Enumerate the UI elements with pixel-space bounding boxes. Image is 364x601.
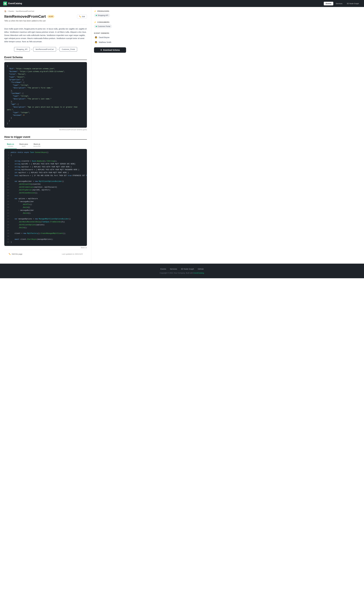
last-updated: Last updated on 2021/12/3 [62, 253, 83, 255]
producer-label-0: Shopping API [98, 14, 108, 16]
schema-section-title: Event Schema [4, 56, 87, 60]
producers-list: Shopping API [94, 14, 126, 18]
brand: 📋 EventCatalog [3, 2, 22, 5]
tab-basic-js-sub: (javascript) [33, 145, 40, 147]
edit-label: Edit [82, 16, 85, 18]
download-schema-button[interactable]: ⬇ Download Schema [94, 47, 126, 53]
consumer-tag-0[interactable]: Customer Portal [94, 25, 112, 28]
page-footer-bar: ✏️ Edit this page Last updated on 2021/1… [4, 250, 87, 258]
consumers-icon: ⚡ [94, 21, 96, 23]
footer-link-events[interactable]: Events [160, 268, 166, 270]
owner-item-0: 🧑 David Boyne [94, 36, 126, 39]
breadcrumb: 🏠 / Events / ItemRemovedFromCart [4, 10, 87, 12]
nav-links: Events Services 3D Node Graph [324, 2, 361, 5]
edit-button[interactable]: ✏️ Edit [77, 15, 87, 19]
owner-avatar-1: 🧑 [94, 40, 98, 44]
flow-diagram: Shopping_API → ItemRemovedFromCart → Cus… [4, 47, 87, 51]
footer-link-services[interactable]: Services [170, 268, 177, 270]
navbar: 📋 EventCatalog Events Services 3D Node G… [0, 0, 364, 7]
code-file-caption: Basic.cs [4, 247, 87, 249]
home-icon: 🏠 [4, 10, 6, 12]
main-content: 🏠 / Events / ItemRemovedFromCart ItemRem… [0, 7, 91, 264]
event-subtitle: Tells us when the item has been added to… [4, 20, 87, 22]
tab-basic-java-sub: (java) [20, 145, 28, 147]
pencil-icon: ✏️ [9, 253, 11, 255]
owner-name-1: Matthew Smith [99, 41, 111, 43]
footer-links: Events Services 3D Node Graph GitHub [3, 268, 361, 270]
owners-title: Event Owners [94, 32, 126, 34]
consumer-dot-0 [96, 26, 97, 27]
sidebar: ⚡ Producers Shopping API ⚡ Consumers Cus… [91, 7, 129, 264]
flow-node-0: Shopping_API [14, 47, 30, 51]
sidebar-consumers-section: ⚡ Consumers Customer Portal [94, 21, 126, 29]
consumers-title: ⚡ Consumers [94, 21, 126, 23]
nav-3d-node-graph[interactable]: 3D Node Graph [345, 2, 361, 5]
flow-arrow-1: → [57, 48, 59, 51]
code-numbered-block: 1public static async Task ConnectAsync()… [4, 149, 87, 246]
owner-avatar-0: 🧑 [94, 36, 98, 39]
sidebar-owners-section: Event Owners 🧑 David Boyne 🧑 Matthew Smi… [94, 32, 126, 44]
download-label: Download Schema [103, 49, 120, 51]
page-wrap: 🏠 / Events / ItemRemovedFromCart ItemRem… [0, 7, 364, 264]
brand-name: EventCatalog [8, 2, 22, 5]
nav-services[interactable]: Services [334, 2, 344, 5]
edit-page-link[interactable]: ✏️ Edit this page [9, 253, 22, 255]
flow-arrow-0: → [30, 48, 33, 51]
edit-page-label: Edit this page [12, 253, 22, 255]
code-tabs: Basic.cs (csharp) Basic.java (java) Basi… [4, 142, 87, 149]
footer-copyright: Copyright © 2021 Your Company. Built wit… [3, 272, 361, 274]
consumer-label-0: Customer Portal [98, 25, 110, 27]
tab-basic-js-main: Basic.js [33, 143, 40, 145]
flow-node-2: Customer_Portal [60, 47, 77, 51]
how-to-trigger-section: How to trigger event Basic.cs (csharp) B… [4, 135, 87, 249]
code-tabs-wrapper: Basic.cs (csharp) Basic.java (java) Basi… [4, 142, 87, 249]
tab-basic-cs-sub: (csharp) [7, 145, 14, 147]
breadcrumb-events[interactable]: Events [9, 10, 14, 12]
producer-tag-0[interactable]: Shopping API [94, 14, 110, 17]
tab-basic-java[interactable]: Basic.java (java) [17, 142, 31, 149]
footer-brand-link[interactable]: EventCatalog. [193, 272, 204, 274]
owner-name-0: David Boyne [99, 36, 110, 39]
edit-icon: ✏️ [79, 16, 81, 18]
event-name: ItemRemovedFromCart [4, 14, 46, 19]
nav-events[interactable]: Events [324, 2, 333, 5]
site-footer: Events Services 3D Node Graph GitHub Cop… [0, 264, 364, 278]
producers-icon: ⚡ [94, 10, 96, 12]
flow-node-1: ItemRemovedFromCart [33, 47, 56, 51]
producer-dot-0 [96, 15, 97, 16]
tab-basic-cs[interactable]: Basic.cs (csharp) [4, 142, 17, 149]
tab-basic-js[interactable]: Basic.js (javascript) [30, 142, 43, 149]
consumers-list: Customer Portal [94, 25, 126, 29]
producers-title: ⚡ Producers [94, 10, 126, 12]
sidebar-producers-section: ⚡ Producers Shopping API [94, 10, 126, 18]
footer-link-3d[interactable]: 3D Node Graph [181, 268, 194, 270]
tab-basic-cs-main: Basic.cs [7, 143, 14, 145]
brand-icon: 📋 [3, 2, 7, 5]
tab-basic-java-main: Basic.java [20, 143, 28, 145]
trigger-section-title: How to trigger event [4, 135, 87, 140]
version-badge: v1.6.5 [48, 15, 54, 18]
markdown-content: Duis mollis quam enim, feugiat porta mi … [4, 27, 87, 43]
download-icon: ⬇ [100, 49, 102, 51]
event-title-row: ItemRemovedFromCart v1.6.5 ✏️ Edit [4, 14, 87, 19]
event-title: ItemRemovedFromCart v1.6.5 [4, 14, 54, 19]
copyright-text: Copyright © 2021 Your Company. Built wit… [160, 272, 193, 274]
schema-caption: ItemRemovedFromCart Schema (json) [4, 129, 87, 130]
footer-link-github[interactable]: GitHub [198, 268, 204, 270]
breadcrumb-current: ItemRemovedFromCart [16, 10, 34, 12]
schema-code-block: { "$id": "https://example.com/person.sch… [4, 62, 87, 128]
owner-item-1: 🧑 Matthew Smith [94, 40, 126, 44]
